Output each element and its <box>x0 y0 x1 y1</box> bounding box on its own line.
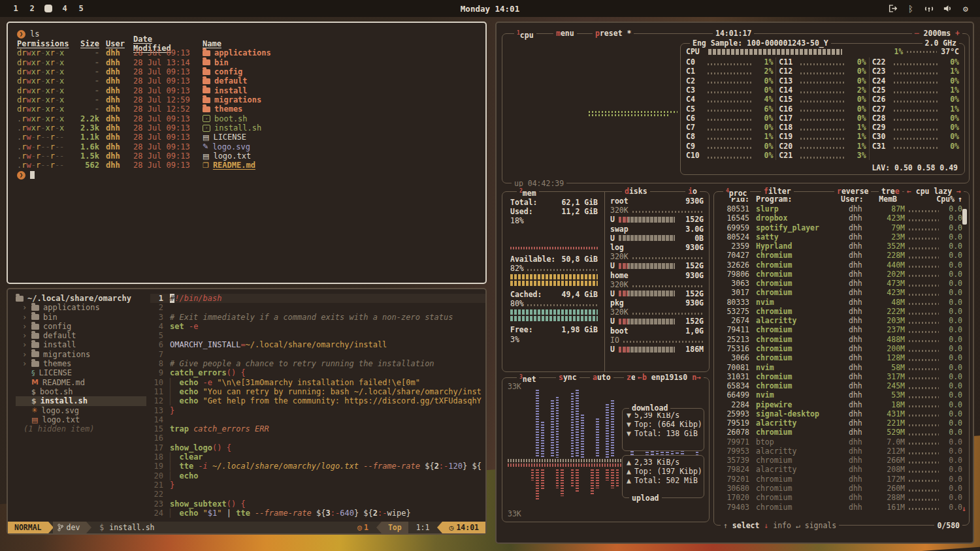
process-row[interactable]: 26078chromiumdhh529M0.0 <box>714 428 969 437</box>
tab-io[interactable]: io <box>685 187 700 196</box>
process-pid: 31031 <box>719 372 749 381</box>
sort-direction-icon[interactable]: ↑ <box>955 195 962 204</box>
sort-selector[interactable]: ← cpu lazy → <box>904 187 964 196</box>
process-row[interactable]: 35739chromiumdhh266M0.0 <box>714 456 969 465</box>
process-row[interactable]: 16545dropboxdhh423M0.0 <box>714 213 969 223</box>
mem-cached-bar <box>510 309 598 315</box>
process-row[interactable]: 80333nvimdhh48M0.0 <box>714 298 969 307</box>
process-row[interactable]: 2674alacrittydhh203M0.0 <box>714 316 969 325</box>
proc-footer: ↑ select ↓ info ↵ signals <box>721 521 839 530</box>
preset-button[interactable]: preset * <box>593 29 634 38</box>
process-row[interactable]: 31031chromiumdhh317M0.0 <box>714 372 969 381</box>
process-list: 80531slurpdhh87M0.016545dropboxdhh423M0.… <box>714 204 969 512</box>
core-meter <box>708 138 753 140</box>
tree-item-logo.txt[interactable]: ▤logo.txt <box>16 415 150 424</box>
tab-cpu[interactable]: 1cpu <box>514 29 536 40</box>
tree-item-install[interactable]: ›install <box>16 340 150 349</box>
code-editor[interactable]: 1#!/bin/bash23# Exit immediately if a co… <box>150 289 485 522</box>
process-row[interactable]: 70081nvimdhh58M0.0 <box>714 363 969 372</box>
tree-item-logo.svg[interactable]: ✳logo.svg <box>16 406 150 415</box>
cpu-core-row: C56% <box>686 104 773 113</box>
hidden-items-note: (1 hidden item) <box>16 424 150 433</box>
info-action[interactable]: info <box>773 521 791 530</box>
tree-item-default[interactable]: ›default <box>16 331 150 340</box>
process-row[interactable]: 79201chromiumdhh172M0.0 <box>714 475 969 484</box>
tree-item-LICENSE[interactable]: §LICENSE <box>16 368 150 377</box>
process-row[interactable]: 66499nvimdhh53M0.0 <box>714 390 969 400</box>
process-row[interactable]: 17020chromiumdhh288M0.0 <box>714 493 969 502</box>
tree-item-bin[interactable]: ›bin <box>16 313 150 322</box>
process-row[interactable]: 79403chromiumdhh161M0.0 <box>714 503 969 512</box>
process-row[interactable]: 65834chromiumdhh245M0.0 <box>714 381 969 390</box>
filter-button[interactable]: filter <box>761 187 794 196</box>
tree-toggle[interactable]: tree <box>879 187 902 196</box>
prompt-line: ❯ ls <box>17 29 476 39</box>
script-icon: $ <box>31 398 37 405</box>
tree-item-migrations[interactable]: ›migrations <box>16 350 150 359</box>
tab-proc[interactable]: 4proc <box>723 187 750 198</box>
process-row[interactable]: 3063chromiumdhh473M0.0 <box>714 279 969 288</box>
prompt-arrow-icon: ❯ <box>17 171 25 180</box>
core-pct: 1% <box>942 104 959 114</box>
process-row[interactable]: 30680chromiumdhh260M0.0 <box>714 484 969 493</box>
process-row[interactable]: 79824alacrittydhh208M0.0 <box>714 465 969 474</box>
process-name: alacritty <box>749 447 849 456</box>
ls-row: drwxr-xr-x-dhh28 Jul 09:13applications <box>17 48 476 57</box>
process-row[interactable]: 80531slurpdhh87M0.0 <box>714 204 969 213</box>
process-row[interactable]: 75316chromiumdhh200M0.0 <box>714 344 969 353</box>
process-row[interactable]: 69959spotify_playerdhh79M0.0 <box>714 223 969 232</box>
process-mem: 203M <box>876 316 905 325</box>
file-tree-root[interactable]: ~/.local/share/omarchy <box>16 294 150 303</box>
process-row[interactable]: 2359Hyprlanddhh352M0.0 <box>714 242 969 251</box>
auto-toggle[interactable]: auto <box>590 373 613 382</box>
tree-item-install.sh[interactable]: $install.sh <box>16 396 146 405</box>
process-row[interactable]: 79411chromiumdhh237M0.0 <box>714 325 969 334</box>
cpu-core-row: C271% <box>872 104 959 113</box>
process-row[interactable]: 25993signal-desktopdhh431M0.0 <box>714 409 969 418</box>
tree-item-applications[interactable]: ›applications <box>16 303 150 312</box>
process-row[interactable]: 3017chromiumdhh423M0.0 <box>714 288 969 297</box>
reverse-toggle[interactable]: reverse <box>834 187 871 196</box>
menu-button[interactable]: menu <box>553 29 577 38</box>
ls-row: .rw-r--r--1.6kdhh28 Jul 09:13✎logo.svg <box>17 142 476 151</box>
net-interface[interactable]: ←b enp191s0 n→ <box>635 373 704 382</box>
process-row[interactable]: 80524sattydhh23M0.0 <box>714 232 969 242</box>
update-interval[interactable]: ─ 2000ms + <box>912 29 962 38</box>
net-graph-bar <box>551 400 554 458</box>
tree-item-config[interactable]: ›config <box>16 322 150 331</box>
process-cpu: 0.0 <box>939 363 962 372</box>
process-name: nvim <box>749 363 849 372</box>
process-row[interactable]: 70427chromiumdhh228M0.0 <box>714 251 969 260</box>
chevron-right-icon: › <box>22 303 27 312</box>
scroll-down-icon[interactable]: ↓ <box>962 504 966 513</box>
tree-item-boot.sh[interactable]: $boot.sh <box>16 387 150 396</box>
process-row[interactable]: 79971btopdhh7.0M0.0 <box>714 437 969 447</box>
tree-item-README.md[interactable]: MREADME.md <box>16 378 150 387</box>
process-row[interactable]: 79806chromiumdhh202M0.0 <box>714 270 969 279</box>
tab-disks[interactable]: disks <box>622 187 650 196</box>
process-row[interactable]: 79953alacrittydhh212M0.0 <box>714 447 969 456</box>
select-action[interactable]: select <box>732 521 760 530</box>
signals-action[interactable]: signals <box>805 521 836 530</box>
mem-cached: 49,4 GiB <box>562 290 598 299</box>
process-cpu: 0.0 <box>939 279 962 288</box>
process-row[interactable]: 2284pipewiredhh18M0.0 <box>714 400 969 409</box>
process-row[interactable]: 79519alacrittydhh221M0.0 <box>714 418 969 428</box>
core-pct: 1% <box>942 67 959 76</box>
process-user: dhh <box>849 316 876 325</box>
process-row[interactable]: 3066chromiumdhh128M0.0 <box>714 353 969 362</box>
disk-name-row: swap3.0G <box>610 225 704 234</box>
clock: Monday 14:01 <box>0 4 980 14</box>
tree-item-themes[interactable]: ›themes <box>16 359 150 368</box>
process-row[interactable]: 53275chromiumdhh222M0.0 <box>714 307 969 316</box>
line-number: 18 <box>150 452 170 462</box>
sync-toggle[interactable]: sync <box>556 373 580 382</box>
prompt-line-empty[interactable]: ❯ <box>17 170 476 180</box>
proc-scrollbar[interactable] <box>962 209 967 225</box>
disk-io-row: IO <box>610 336 704 345</box>
process-row[interactable]: 25213chromiumdhh488M0.0 <box>714 335 969 344</box>
process-row[interactable]: 32626chromiumdhh440M0.0 <box>714 260 969 270</box>
cpu-core-row: C260% <box>872 95 959 104</box>
process-cpu: 0.0 <box>939 372 962 381</box>
process-pid: 66499 <box>719 390 749 400</box>
